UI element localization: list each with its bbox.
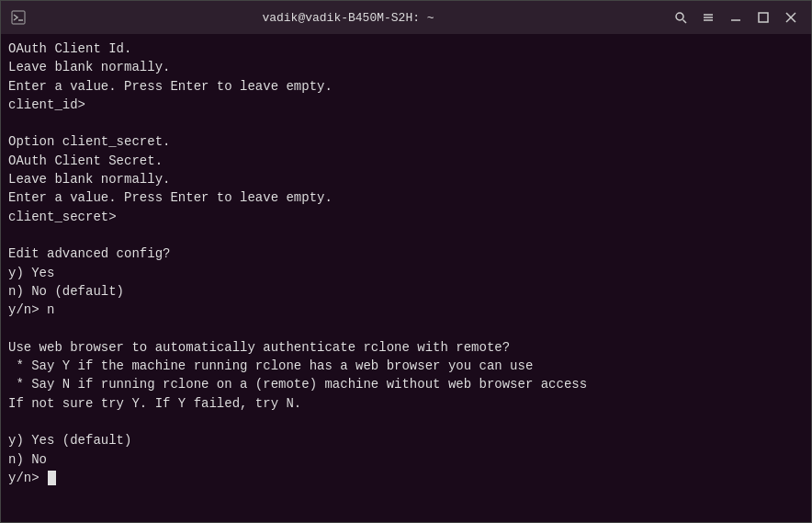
maximize-button[interactable]: [750, 5, 776, 30]
search-button[interactable]: [668, 5, 694, 30]
menu-button[interactable]: [695, 5, 721, 30]
terminal-icon: [8, 7, 28, 28]
title-bar: vadik@vadik-B450M-S2H: ~: [1, 1, 811, 34]
terminal-cursor: [48, 471, 56, 485]
window-controls: [668, 5, 804, 30]
window-title: vadik@vadik-B450M-S2H: ~: [28, 11, 668, 25]
terminal-line: Edit advanced config?: [8, 244, 804, 263]
terminal-line: Enter a value. Press Enter to leave empt…: [8, 77, 804, 96]
terminal-line: [8, 114, 804, 132]
terminal-line: [8, 413, 804, 431]
minimize-button[interactable]: [723, 5, 749, 30]
terminal-line: [8, 226, 804, 244]
terminal-window: vadik@vadik-B450M-S2H: ~: [0, 0, 812, 523]
terminal-line: y) Yes (default): [8, 431, 804, 449]
svg-rect-8: [759, 13, 768, 22]
terminal-body[interactable]: OAuth Client Id.Leave blank normally.Ent…: [1, 34, 811, 522]
terminal-line: n) No: [8, 450, 804, 469]
terminal-line: * Say N if running rclone on a (remote) …: [8, 375, 804, 393]
terminal-line: y) Yes: [8, 264, 804, 282]
terminal-line: client_secret>: [8, 208, 804, 226]
terminal-line: OAuth Client Secret.: [8, 152, 804, 170]
terminal-line: y/n>: [8, 469, 804, 487]
close-button[interactable]: [778, 5, 804, 30]
terminal-line: Leave blank normally.: [8, 170, 804, 188]
terminal-line: Enter a value. Press Enter to leave empt…: [8, 188, 804, 207]
terminal-line: y/n> n: [8, 301, 804, 319]
terminal-line: OAuth Client Id.: [8, 40, 804, 58]
terminal-line: client_id>: [8, 96, 804, 114]
svg-line-3: [683, 20, 687, 24]
terminal-line: If not sure try Y. If Y failed, try N.: [8, 394, 804, 413]
terminal-line: Leave blank normally.: [8, 58, 804, 76]
terminal-line: * Say Y if the machine running rclone ha…: [8, 357, 804, 375]
terminal-line: Option client_secret.: [8, 132, 804, 151]
svg-point-2: [676, 13, 683, 20]
title-bar-left: [8, 7, 28, 28]
terminal-line: n) No (default): [8, 282, 804, 301]
terminal-line: Use web browser to automatically authent…: [8, 338, 804, 357]
terminal-line: [8, 319, 804, 337]
